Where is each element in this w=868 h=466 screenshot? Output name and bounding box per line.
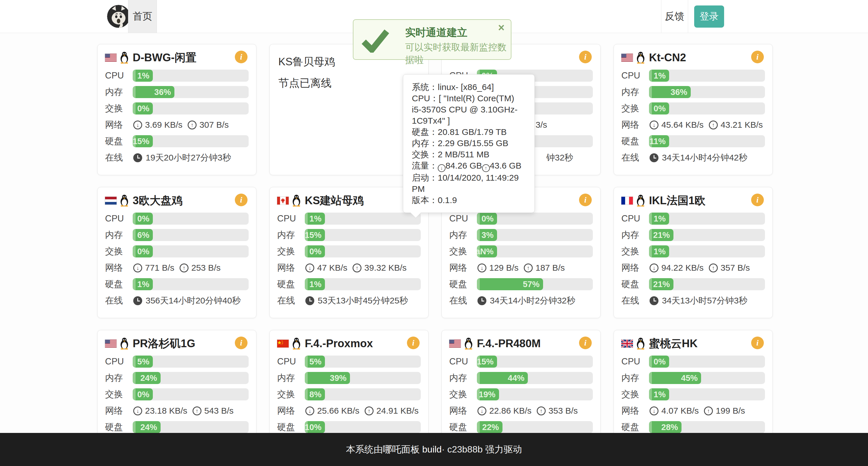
info-icon[interactable]: i [235,337,248,349]
progress-track: 45% [649,372,765,384]
progress-fill: 28% [649,421,682,433]
upload-icon: ↑ [180,264,188,272]
progress-value: 1% [654,71,666,80]
flag-us-icon [105,54,117,62]
server-card: iKt-CN2CPU1%内存36%交换0%网络↓45.64 KB/s↑43.21… [614,44,773,175]
progress-fill: 24% [133,372,161,384]
linux-icon [291,195,301,206]
footer-panel-link[interactable]: 哪吒面板 build [383,443,442,456]
flag-cn-icon [277,340,289,347]
network-down-value: 3.69 KB/s [145,120,183,130]
linux-icon [119,195,129,206]
card-title-row: F.4.-Proxmox [277,336,421,351]
server-name: 蜜桃云HK [649,336,698,351]
linux-icon [119,52,129,64]
tooltip-label: CPU： [412,94,439,103]
network-up-value: 199 B/s [716,406,745,415]
stat-row-cpu: CPU0% [621,356,765,368]
info-icon[interactable]: i [579,51,592,63]
progress-track: 19% [477,388,593,400]
stat-label: 交换 [449,245,477,258]
progress-fill: 5% [133,356,153,368]
uptime-value: 34天14小时2分钟32秒 [490,295,575,307]
info-icon[interactable]: i [579,337,592,349]
progress-value: 15% [477,357,494,366]
stat-label: 在线 [621,152,649,164]
download-icon: ↓ [133,121,142,129]
stat-row-cpu: CPU0% [449,212,593,225]
progress-fill: 8% [305,388,325,400]
tooltip-line: 版本：0.1.9 [412,195,526,206]
stat-label: CPU [105,213,133,224]
download-icon: ↓ [305,264,314,272]
tooltip-line: 交换：2 MB/511 MB [412,149,526,160]
network-speed: ↓3.69 KB/s↑307 B/s [133,120,229,130]
info-icon[interactable]: i [235,194,248,206]
stat-row-network: 网络↓23.18 KB/s↑543 B/s [105,405,249,417]
info-icon[interactable]: i [407,337,420,349]
server-name: 3欧大盘鸡 [133,193,183,208]
server-name: Kt-CN2 [649,52,686,64]
server-name: F.4.-Proxmox [305,337,373,350]
nav-feedback[interactable]: 反馈 [661,0,688,33]
progress-value: 6% [137,230,149,240]
tooltip-label: 系统： [412,82,438,92]
stat-label: 交换 [277,245,305,258]
upload-icon: ↑ [352,264,362,272]
stat-row-cpu: CPU1% [277,212,421,225]
page-footer: 本系统由 哪吒面板 build · c23b88b 强力驱动 [0,433,868,466]
progress-track: 6% [133,229,249,241]
stat-row-online: 在线356天14小时20分钟40秒 [105,295,249,307]
stat-label: CPU [277,357,305,367]
stat-row-cpu: CPU15% [449,356,593,368]
stat-label: 硬盘 [277,421,305,433]
progress-fill: 0% [133,102,153,114]
progress-track: 8% [305,388,421,400]
toast-close-icon[interactable]: × [498,22,504,33]
progress-fill: 10% [305,421,325,433]
network-up-value: 543 B/s [204,406,234,415]
server-card: iD-BWG-闲置CPU1%内存36%交换0%网络↓3.69 KB/s↑307 … [97,44,256,175]
stat-row-cpu: CPU5% [277,356,421,368]
progress-fill: 1% [305,278,325,290]
progress-value: 5% [309,357,321,366]
progress-fill: 1% [649,388,669,400]
stat-row-online: 在线34天14小时4分钟42秒 [621,152,765,164]
progress-track: 36% [649,86,765,98]
stat-row-cpu: CPU0% [105,212,249,225]
progress-track: 10% [305,421,421,433]
server-card: iIKL法国1欧CPU1%内存21%交换1%网络↓94.22 KB/s↑357 … [614,187,773,318]
info-icon[interactable]: i [751,194,764,206]
tab-home[interactable]: 首页 [128,0,157,33]
card-title-row: 3欧大盘鸡 [105,193,249,208]
info-icon[interactable]: i [235,51,248,63]
stat-label: 交换 [105,388,133,400]
uptime-value: 19天20小时27分钟3秒 [146,152,231,164]
info-icon[interactable]: i [751,337,764,349]
stat-label: 硬盘 [449,278,477,290]
upload-icon: ↑ [482,164,490,172]
stat-label: 在线 [449,295,477,307]
progress-fill: 36% [649,86,691,98]
info-icon[interactable]: i [751,51,764,63]
realtime-toast: 实时通道建立 可以实时获取最新监控数据啦 × [353,19,512,60]
uptime: 53天13小时45分钟25秒 [305,295,408,307]
login-button[interactable]: 登录 [694,5,724,28]
stat-label: 网络 [105,262,133,274]
stat-row-cpu: CPU5% [105,356,249,368]
stat-label: 网络 [277,405,305,417]
progress-fill: 0% [133,212,153,225]
stat-label: 网络 [621,262,649,274]
info-icon[interactable]: i [579,194,592,206]
progress-fill: 22% [477,421,502,433]
progress-value: 21% [653,230,670,240]
stat-label: 内存 [621,229,649,241]
progress-value: 1% [137,279,149,289]
site-logo-avatar[interactable] [107,5,130,28]
progress-track: 15% [477,356,593,368]
download-icon: ↓ [650,121,658,129]
clock-icon [133,153,142,162]
stat-label: 内存 [621,86,649,98]
card-title-row: 蜜桃云HK [621,336,765,351]
progress-fill: 1% [649,245,669,258]
